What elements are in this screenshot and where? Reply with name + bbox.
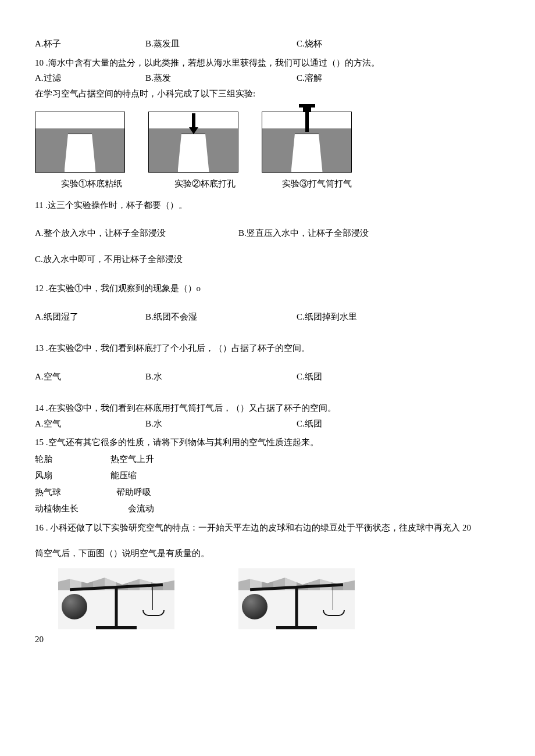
q15-m1-right: 热空气上升 [110, 453, 154, 466]
q14-option-b: B.水 [145, 417, 297, 431]
q13-options: A.空气 B.水 C.纸团 [35, 370, 500, 384]
balance-figure-right [238, 568, 355, 629]
q15-match-2: 风扇 能压缩 [35, 469, 500, 482]
q10-option-a: A.过滤 [35, 71, 145, 85]
q15-m4-left: 动植物生长 [35, 502, 128, 515]
q15-stem: 15 .空气还有其它很多的性质，请将下列物体与其利用的空气性质连起来。 [35, 436, 500, 449]
q13-stem: 13 .在实验②中，我们看到杯底打了个小孔后，（）占据了杯子的空间。 [35, 342, 500, 355]
q10-options: A.过滤 B.蒸发 C.溶解 [35, 71, 500, 85]
q14-option-a: A.空气 [35, 417, 145, 431]
experiment-diagrams [35, 112, 500, 173]
q10-option-c: C.溶解 [297, 71, 413, 85]
balance-figures [35, 568, 500, 629]
q12-option-c: C.纸团掉到水里 [297, 310, 413, 324]
diagram-label-2: 实验②杯底打孔 [148, 177, 262, 191]
q11-option-a: A.整个放入水中，让杯子全部浸没 [35, 227, 238, 240]
q11-stem: 11 .这三个实验操作时，杯子都要（）。 [35, 199, 500, 212]
q16-stem-line2: 筒空气后，下面图（）说明空气是有质量的。 [35, 547, 500, 560]
q14-stem: 14 .在实验③中，我们看到在杯底用打气筒打气后，（）又占据了杯子的空间。 [35, 402, 500, 415]
q15-m2-left: 风扇 [35, 469, 110, 482]
q15-m1-left: 轮胎 [35, 453, 110, 466]
page-number: 20 [35, 633, 500, 646]
q10-option-b: B.蒸发 [145, 71, 297, 85]
q9-option-b: B.蒸发皿 [145, 37, 297, 51]
diagram-labels: 实验①杯底粘纸 实验②杯底打孔 实验③打气筒打气 [35, 177, 372, 191]
q13-option-b: B.水 [145, 370, 297, 384]
experiment-intro: 在学习空气占据空间的特点时，小科完成了以下三组实验: [35, 87, 500, 101]
q13-option-c: C.纸团 [297, 370, 413, 384]
q15-m2-right: 能压缩 [110, 469, 137, 482]
q15-match-1: 轮胎 热空气上升 [35, 453, 500, 466]
q15-match-3: 热气球 帮助呼吸 [35, 486, 500, 499]
q12-options: A.纸团湿了 B.纸团不会湿 C.纸团掉到水里 [35, 310, 500, 324]
q14-option-c: C.纸团 [297, 417, 413, 431]
q15-m3-right: 帮助呼吸 [116, 486, 151, 499]
q12-stem: 12 .在实验①中，我们观察到的现象是（）o [35, 282, 500, 295]
q15-match-4: 动植物生长 会流动 [35, 502, 500, 515]
q10-stem: 10 .海水中含有大量的盐分，以此类推，若想从海水里获得盐，我们可以通过（）的方… [35, 56, 500, 70]
balance-figure-left [58, 568, 174, 629]
q13-option-a: A.空气 [35, 370, 145, 384]
q15-m4-right: 会流动 [128, 502, 154, 515]
q9-option-c: C.烧杯 [297, 37, 413, 51]
q12-option-b: B.纸团不会湿 [145, 310, 297, 324]
q11-option-b: B.竖直压入水中，让杯子全部浸没 [238, 227, 369, 240]
diagram-1 [35, 112, 125, 173]
q11-option-c: C.放入水中即可，不用让杯子全部浸没 [35, 253, 500, 266]
diagram-label-1: 实验①杯底粘纸 [35, 177, 148, 191]
diagram-label-3: 实验③打气筒打气 [262, 177, 372, 191]
q16-stem-line1: 16 . 小科还做了以下实验研究空气的特点：一开始天平左边的皮球和右边的绿豆处于… [35, 521, 500, 535]
q15-m3-left: 热气球 [35, 486, 110, 499]
q9-options: A.杯子 B.蒸发皿 C.烧杯 [35, 37, 500, 51]
q12-option-a: A.纸团湿了 [35, 310, 145, 324]
diagram-3 [262, 112, 352, 173]
q9-option-a: A.杯子 [35, 37, 145, 51]
q11-options-row1: A.整个放入水中，让杯子全部浸没 B.竖直压入水中，让杯子全部浸没 [35, 227, 500, 240]
q14-options: A.空气 B.水 C.纸团 [35, 417, 500, 431]
diagram-2 [148, 112, 238, 173]
